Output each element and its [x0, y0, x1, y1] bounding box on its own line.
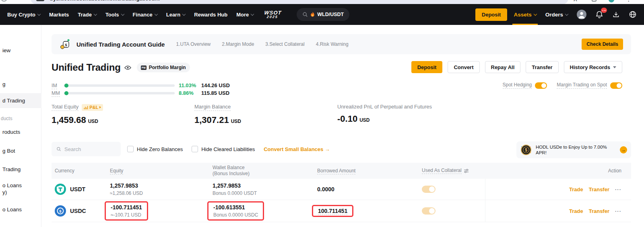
chevron-down-icon	[94, 12, 97, 15]
asset-search-box[interactable]	[52, 142, 121, 156]
chevron-down-icon	[533, 12, 537, 15]
table-row-usdc: $ USDC -100.711451 ≈-100.71 USD -100.613…	[52, 200, 631, 222]
mm-percent: 8.86%	[179, 90, 201, 96]
nav-tools[interactable]: Tools	[105, 12, 124, 18]
col-borrowed-amount: Borrowed Amount	[314, 168, 419, 174]
nav-assets[interactable]: Assets	[514, 4, 536, 25]
total-equity-label: Total Equity	[52, 104, 78, 111]
nav-deposit-button[interactable]: Deposit	[475, 8, 508, 21]
convert-small-balances-link[interactable]: Convert Small Balances →	[264, 146, 330, 152]
more-actions-icon[interactable]: ···	[615, 186, 621, 192]
deposit-button[interactable]: Deposit	[411, 61, 443, 73]
promo-text: HODL USDe to Enjoy Up to 7.00% APR!	[536, 144, 616, 155]
usdt-collateral-cell	[419, 186, 485, 193]
notifications-bell[interactable]	[595, 10, 603, 18]
site-badge-icon	[36, 0, 44, 1]
hide-zero-balances-option[interactable]: Hide Zero Balances	[127, 146, 183, 152]
chevron-down-icon	[251, 12, 254, 15]
nav-more[interactable]: More	[236, 12, 254, 18]
browser-profile-avatar[interactable]	[609, 0, 614, 2]
usdc-currency-cell: $ USDC	[52, 205, 107, 217]
nav-rewards-hub[interactable]: Rewards Hub	[194, 12, 227, 18]
wsot-2025-logo[interactable]: WSOT 2025	[264, 10, 282, 19]
usdc-transfer-link[interactable]: Transfer	[589, 208, 609, 214]
search-input[interactable]	[64, 146, 116, 152]
nav-finance[interactable]: Finance	[133, 12, 157, 18]
usdt-trade-link[interactable]: Trade	[569, 186, 583, 192]
usdt-collateral-toggle[interactable]	[422, 186, 436, 193]
left-sidebar: iew g d Trading ducts roducts g Bot Trad…	[0, 25, 41, 227]
more-actions-icon[interactable]: ···	[615, 208, 621, 214]
mm-value: 115.85 USD	[201, 90, 229, 96]
usdc-borrowed-cell: 100.711451	[314, 205, 419, 217]
col-wallet-balance: Wallet Balance(Bonus Inclusive)	[209, 165, 314, 177]
download-app[interactable]	[612, 11, 620, 18]
account-avatar[interactable]	[577, 10, 586, 19]
spot-hedging-toggle[interactable]	[535, 82, 547, 89]
margin-balance-value: 1,307.21USD	[194, 115, 241, 125]
guide-step-4[interactable]: 4.Risk Warning	[316, 41, 349, 47]
reload-icon[interactable]	[1, 0, 7, 2]
guide-step-2[interactable]: 2.Margin Mode	[222, 41, 254, 47]
usdt-wallet-cell: 1,257.9853 Bonus 0.0000 USDT	[209, 182, 314, 196]
sidebar-item-loans-legacy-2[interactable]: y)	[2, 189, 7, 195]
page-title: Unified Trading	[52, 62, 121, 73]
spot-hedging-label: Spot Hedging	[503, 82, 532, 89]
im-value: 144.26 USD	[201, 82, 230, 88]
sidebar-item-unified-trading[interactable]: d Trading	[2, 98, 25, 104]
sidebar-item-overview[interactable]: iew	[2, 47, 10, 53]
nav-markets[interactable]: Markets	[49, 12, 69, 18]
nav-orders[interactable]: Orders	[545, 12, 568, 18]
im-percent: 11.03%	[179, 82, 201, 88]
convert-button[interactable]: Convert	[448, 61, 479, 73]
browser-menu-icon[interactable]: ⋮	[626, 0, 631, 2]
history-records-button[interactable]: History Records	[564, 61, 622, 73]
nav-learn[interactable]: Learn	[166, 12, 185, 18]
reader-mode-icon[interactable]: A	[574, 0, 577, 2]
sidebar-item-trading-bot[interactable]: g Bot	[2, 148, 15, 154]
transfer-button[interactable]: Transfer	[526, 61, 558, 73]
guide-step-3[interactable]: 3.Select Collateral	[265, 41, 304, 47]
filter-sliders-icon[interactable]	[464, 168, 469, 174]
svg-text:$: $	[525, 148, 527, 152]
currency-name: USDC	[70, 208, 86, 214]
chevron-down-icon	[121, 12, 124, 15]
language-globe[interactable]	[629, 10, 637, 18]
currency-name: USDT	[70, 186, 85, 192]
im-progress-knob	[64, 84, 68, 88]
hide-balance-eye-icon[interactable]	[124, 65, 131, 70]
promo-arrow-button[interactable]: →	[620, 146, 627, 153]
col-action: Action	[485, 168, 631, 174]
notification-badge	[601, 8, 607, 13]
side-panel-icon[interactable]	[592, 0, 597, 2]
usdc-coin-icon: $	[55, 205, 66, 217]
usdt-transfer-link[interactable]: Transfer	[589, 186, 609, 192]
flame-icon	[310, 12, 315, 17]
chevron-down-icon	[37, 12, 41, 15]
address-bar[interactable]: bybit.com/user/assets/home/tradingaccoun…	[31, 0, 568, 4]
guide-step-1[interactable]: 1.UTA Overview	[176, 41, 211, 47]
repay-all-button[interactable]: Repay All	[485, 61, 521, 73]
sidebar-item-funding[interactable]: g	[2, 81, 6, 87]
col-equity: Equity	[107, 168, 209, 174]
usdc-trade-link[interactable]: Trade	[569, 208, 583, 214]
nav-buy-crypto[interactable]: Buy Crypto	[7, 12, 40, 18]
hide-cleared-liabilities-option[interactable]: Hide Cleared Liabilities	[192, 146, 255, 152]
sidebar-item-loans[interactable]: o Loans	[2, 207, 22, 213]
sidebar-item-loans-legacy[interactable]: o Loans	[2, 182, 22, 188]
usde-promo-banner[interactable]: $ HODL USDe to Enjoy Up to 7.00% APR! →	[516, 141, 631, 158]
pnl-badge[interactable]: P&L	[82, 104, 103, 111]
sidebar-item-products[interactable]: roducts	[2, 129, 20, 135]
highlight-box-borrowed: 100.711451	[312, 205, 353, 217]
nav-trade[interactable]: Trade	[78, 12, 97, 18]
margin-trading-toggle[interactable]	[610, 82, 622, 89]
usdc-collateral-toggle[interactable]	[422, 207, 436, 215]
download-icon	[612, 11, 620, 18]
hide-cleared-checkbox[interactable]	[192, 146, 198, 152]
sidebar-item-copy-trading[interactable]: Trading	[2, 166, 21, 172]
portfolio-margin-badge[interactable]: PM Portfolio Margin	[137, 63, 190, 72]
check-details-button[interactable]: Check Details	[582, 39, 623, 50]
page-title-row: Unified Trading PM Portfolio Margin	[52, 62, 190, 73]
hide-zero-checkbox[interactable]	[127, 146, 134, 152]
nav-search-pill[interactable]: WLD/USDT	[297, 8, 349, 21]
